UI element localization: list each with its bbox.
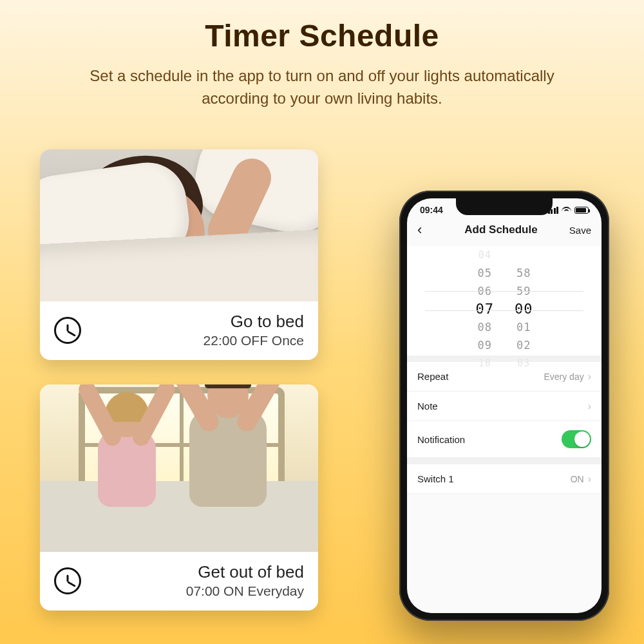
chevron-right-icon: ›	[588, 474, 591, 484]
row-notification[interactable]: Notification	[407, 421, 601, 458]
schedule-card-wake: Get out of bed 07:00 ON Everyday	[40, 384, 318, 611]
illustration-waking	[40, 384, 318, 552]
battery-icon	[574, 207, 589, 214]
row-repeat[interactable]: Repeat Every day›	[407, 362, 601, 392]
page-title: Timer Schedule	[0, 18, 644, 53]
chevron-right-icon: ›	[588, 372, 591, 382]
row-switch-1[interactable]: Switch 1 ON›	[407, 464, 601, 494]
back-button[interactable]: ‹	[417, 223, 437, 237]
card-subtitle: 22:00 OFF Once	[93, 333, 304, 348]
row-value: ON	[571, 474, 584, 484]
page-subtitle: Set a schedule in the app to turn on and…	[55, 65, 589, 110]
schedule-card-sleep: Go to bed 22:00 OFF Once	[40, 149, 318, 360]
wifi-icon	[562, 207, 571, 214]
status-time: 09:44	[420, 205, 443, 215]
chevron-right-icon: ›	[588, 401, 591, 412]
picker-hours[interactable]: 04 05 06 07 08 09 10	[476, 246, 495, 355]
time-picker[interactable]: 04 05 06 07 08 09 10 58 59 00 01 02 03	[407, 246, 601, 355]
row-value: Every day	[544, 372, 583, 382]
row-note[interactable]: Note ›	[407, 392, 601, 421]
row-label: Switch 1	[417, 473, 454, 484]
clock-icon	[54, 567, 81, 594]
notification-toggle[interactable]	[562, 430, 591, 448]
card-title: Go to bed	[93, 312, 304, 332]
clock-icon	[54, 317, 81, 344]
picker-minutes[interactable]: 58 59 00 01 02 03	[515, 246, 533, 355]
nav-title: Add Schedule	[464, 223, 537, 236]
illustration-sleeping	[40, 149, 318, 301]
row-label: Repeat	[417, 371, 448, 382]
phone-mockup: 09:44 ‹ Add Schedule Save 04 05 06 07 08…	[399, 191, 609, 621]
save-button[interactable]: Save	[565, 225, 591, 236]
row-label: Notification	[417, 434, 465, 445]
row-label: Note	[417, 401, 438, 412]
card-subtitle: 07:00 ON Everyday	[93, 583, 304, 599]
card-title: Get out of bed	[93, 562, 304, 582]
phone-notch	[456, 198, 553, 215]
